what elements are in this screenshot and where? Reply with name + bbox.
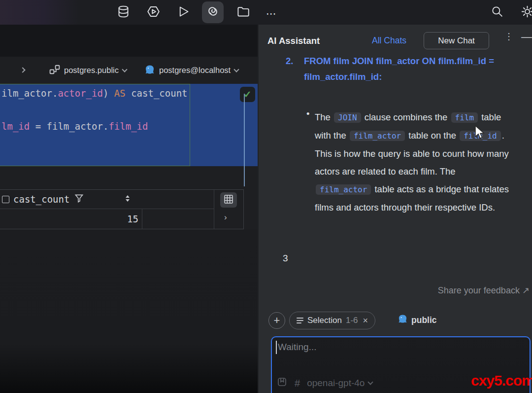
toolbar-tint — [0, 0, 79, 25]
all-chats-link[interactable]: All Chats — [372, 36, 406, 46]
hexagon-play-icon — [147, 5, 160, 20]
schema-context-chip[interactable]: public — [398, 314, 437, 326]
chat-input-placeholder: Waiting... — [278, 342, 317, 353]
toolbar-more-button[interactable]: ⋯ — [266, 8, 278, 20]
panel-divider — [214, 190, 214, 229]
sort-toggle-icon[interactable] — [126, 195, 130, 202]
query-success-badge: ✓ — [240, 87, 255, 102]
editor-empty-area — [0, 229, 258, 393]
selection-chip-range: 1-6 — [346, 316, 358, 325]
results-column-header[interactable]: cast_count — [13, 194, 69, 205]
mouse-cursor — [474, 125, 485, 142]
new-chat-button[interactable]: New Chat — [424, 32, 489, 49]
text-run: clause combines the — [362, 112, 450, 122]
selection-chip-label: Selection — [307, 316, 342, 325]
table-view-button[interactable] — [220, 192, 237, 208]
text-caret — [276, 341, 277, 354]
prompt-library-icon[interactable] — [277, 377, 288, 390]
search-icon — [491, 5, 503, 20]
code-token: cast_count — [126, 88, 188, 99]
code-token: lm_id — [1, 121, 30, 132]
query-results-panel: cast_count 15 › — [0, 189, 244, 229]
breadcrumb: postgres.public postgres@localhost — [0, 57, 258, 84]
context-chip-row: + Selection 1-6 × public — [259, 312, 532, 332]
filter-icon[interactable] — [74, 194, 84, 205]
chat-message-area: 2. FROM film JOIN film_actor ON film.fil… — [259, 25, 532, 301]
code-token: actor_id — [58, 88, 103, 99]
model-selector[interactable]: openai-gpt-4o — [307, 378, 372, 389]
ai-assistant-button[interactable] — [202, 1, 224, 23]
ide-window: ⋯ postgres.public postgres@loca — [0, 0, 532, 393]
breadcrumb-connection[interactable]: postgres@localhost — [144, 57, 238, 84]
text-run: The — [315, 112, 333, 122]
model-selector-label: openai-gpt-4o — [307, 378, 365, 389]
code-token: = — [30, 121, 46, 132]
panel-title: AI Assistant — [267, 36, 320, 46]
main-toolbar: ⋯ — [0, 0, 532, 25]
code-token: ) — [103, 88, 114, 99]
result-cell-value[interactable]: 15 — [0, 209, 138, 229]
share-feedback-link[interactable]: Share your feedback ↗ — [438, 285, 530, 296]
project-files-button[interactable] — [232, 1, 254, 23]
database-tool-button[interactable] — [112, 1, 134, 23]
expand-results-button[interactable]: › — [224, 213, 227, 222]
inline-code-chip: film_actor — [350, 131, 405, 141]
external-link-arrow-icon: ↗ — [522, 286, 530, 295]
run-config-button[interactable] — [142, 1, 164, 23]
share-feedback-label: Share your feedback — [438, 286, 520, 295]
database-icon — [117, 5, 130, 20]
breadcrumb-schema-label: postgres.public — [64, 66, 119, 75]
breadcrumb-connection-label: postgres@localhost — [159, 66, 231, 75]
ai-assistant-header: AI Assistant All Chats New Chat ⋮ — — [259, 25, 532, 57]
sql-editor[interactable]: ilm_actor.actor_id) AS cast_count lm_id … — [0, 84, 258, 189]
postgres-elephant-icon — [398, 314, 408, 326]
code-token: film_id — [108, 121, 148, 132]
settings-button[interactable] — [516, 1, 532, 23]
input-toolbar: # openai-gpt-4o — [277, 377, 372, 390]
breadcrumb-expand-icon[interactable] — [20, 67, 25, 72]
add-context-button[interactable]: + — [268, 312, 285, 329]
row-checkbox-icon[interactable] — [2, 196, 9, 203]
bullet-marker: • — [306, 108, 309, 119]
play-icon — [177, 5, 190, 20]
table-grid-icon — [224, 194, 233, 206]
editor-caret — [244, 94, 245, 186]
inline-code-chip: film_actor — [316, 184, 371, 195]
chevron-down-icon — [368, 379, 373, 385]
watermark: cxy5.com — [471, 372, 532, 389]
results-header-row[interactable]: cast_count — [0, 190, 214, 209]
chevron-down-icon — [122, 67, 127, 72]
code-line-1: ilm_actor.actor_id) AS cast_count — [1, 88, 188, 99]
gear-icon — [521, 5, 532, 20]
cell-divider — [142, 209, 142, 229]
ai-assistant-panel: 2. FROM film JOIN film_actor ON film.fil… — [258, 25, 532, 393]
schema-chip-label: public — [411, 315, 437, 325]
schema-icon — [49, 64, 60, 77]
run-button[interactable] — [172, 1, 194, 23]
ai-spiral-icon — [206, 4, 220, 20]
breadcrumb-schema[interactable]: postgres.public — [49, 57, 127, 84]
folder-icon — [236, 5, 250, 20]
panel-menu-button[interactable]: ⋮ — [504, 35, 513, 39]
search-everywhere-button[interactable] — [486, 1, 508, 23]
code-token: ilm_actor. — [1, 88, 58, 99]
selection-lines-icon — [297, 318, 303, 323]
command-hash-icon[interactable]: # — [295, 378, 300, 389]
code-token: AS — [114, 88, 126, 99]
inline-code-chip: JOIN — [334, 112, 361, 123]
inline-code-chip: film — [451, 112, 478, 123]
editor-tab-strip — [0, 25, 258, 57]
minimize-panel-button[interactable]: — — [521, 31, 532, 43]
list-item-2-code: FROM film JOIN film_actor ON film.film_i… — [304, 53, 513, 85]
code-line-2: lm_id = film_actor.film_id — [1, 121, 148, 132]
chevron-down-icon — [234, 67, 239, 72]
close-icon[interactable]: × — [363, 316, 368, 326]
selection-context-chip[interactable]: Selection 1-6 × — [289, 312, 375, 329]
plus-icon: + — [274, 314, 280, 327]
postgres-elephant-icon — [144, 64, 155, 77]
text-run: table on the — [406, 130, 459, 141]
list-item-3-marker: 3 — [283, 253, 288, 264]
code-token: film_actor. — [47, 121, 109, 132]
